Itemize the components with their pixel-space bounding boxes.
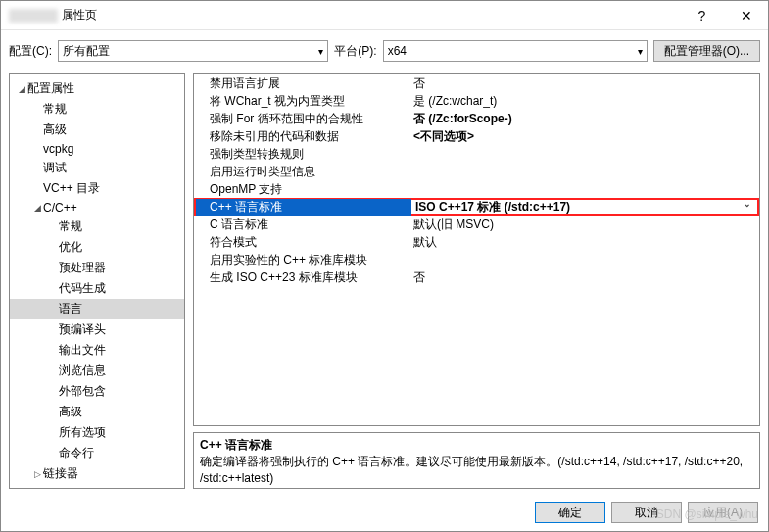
tree-item-label: 链接器 xyxy=(43,465,78,482)
tree-item[interactable]: ▷清单工具 xyxy=(10,484,184,489)
config-value: 所有配置 xyxy=(63,43,110,60)
property-row[interactable]: 启用运行时类型信息 xyxy=(194,163,759,180)
tree-item[interactable]: 命令行 xyxy=(10,443,184,463)
property-key: 启用运行时类型信息 xyxy=(194,164,409,180)
description-title: C++ 语言标准 xyxy=(200,437,753,454)
tree-item-label: VC++ 目录 xyxy=(43,180,100,197)
chevron-down-icon: ▾ xyxy=(638,46,643,57)
tree-item[interactable]: 调试 xyxy=(10,158,184,178)
property-value: 是 (/Zc:wchar_t) xyxy=(409,93,759,110)
property-row[interactable]: 将 WChar_t 视为内置类型是 (/Zc:wchar_t) xyxy=(194,92,759,110)
platform-value: x64 xyxy=(388,44,407,58)
property-key: 禁用语言扩展 xyxy=(194,75,409,92)
property-row[interactable]: 强制类型转换规则 xyxy=(194,145,759,163)
tree-item-label: 外部包含 xyxy=(59,383,106,400)
tree-item-label: 浏览信息 xyxy=(59,363,106,379)
property-row[interactable]: 移除未引用的代码和数据<不同选项> xyxy=(194,127,759,145)
property-key: 移除未引用的代码和数据 xyxy=(194,128,409,145)
property-value: <不同选项> xyxy=(409,128,759,145)
property-value: 默认(旧 MSVC) xyxy=(409,217,759,233)
tree-item[interactable]: 代码生成 xyxy=(10,278,184,299)
description-panel: C++ 语言标准 确定编译器将强制执行的 C++ 语言标准。建议尽可能使用最新版… xyxy=(193,432,760,489)
tree-twisty-icon: ▷ xyxy=(31,469,43,479)
description-body: 确定编译器将强制执行的 C++ 语言标准。建议尽可能使用最新版本。(/std:c… xyxy=(200,454,753,487)
tree-item[interactable]: 优化 xyxy=(10,237,184,258)
cancel-button[interactable]: 取消 xyxy=(611,502,682,523)
platform-label: 平台(P): xyxy=(334,43,376,60)
tree-item-label: 配置属性 xyxy=(27,80,74,97)
tree-item[interactable]: ▷链接器 xyxy=(10,463,184,484)
property-row[interactable]: 生成 ISO C++23 标准库模块否 xyxy=(194,268,759,286)
tree-item[interactable]: 外部包含 xyxy=(10,381,184,402)
property-row[interactable]: 启用实验性的 C++ 标准库模块 xyxy=(194,251,759,268)
property-key: 将 WChar_t 视为内置类型 xyxy=(194,93,409,110)
property-row[interactable]: 符合模式默认 xyxy=(194,233,759,251)
tree-item[interactable]: ◢配置属性 xyxy=(10,78,184,99)
chevron-down-icon[interactable]: ⌄ xyxy=(744,199,751,209)
property-row[interactable]: C++ 语言标准ISO C++17 标准 (/std:c++17)⌄ xyxy=(194,198,759,216)
property-row[interactable]: 强制 For 循环范围中的合规性否 (/Zc:forScope-) xyxy=(194,110,759,127)
tree-item[interactable]: 语言 xyxy=(10,299,184,319)
tree-item-label: 输出文件 xyxy=(59,342,106,359)
property-key: 启用实验性的 C++ 标准库模块 xyxy=(194,252,409,268)
tree-item[interactable]: 高级 xyxy=(10,120,184,140)
tree-item-label: 常规 xyxy=(43,101,67,118)
property-row[interactable]: OpenMP 支持 xyxy=(194,180,759,198)
tree-item-label: 预处理器 xyxy=(59,260,106,276)
property-value: ISO C++17 标准 (/std:c++17)⌄ xyxy=(411,199,757,216)
tree-item-label: vcpkg xyxy=(43,142,73,156)
property-grid[interactable]: 禁用语言扩展否将 WChar_t 视为内置类型是 (/Zc:wchar_t)强制… xyxy=(193,73,760,426)
toolbar: 配置(C): 所有配置 ▾ 平台(P): x64 ▾ 配置管理器(O)... xyxy=(1,36,768,66)
tree-item[interactable]: ◢C/C++ xyxy=(10,199,184,217)
tree-item-label: 高级 xyxy=(43,121,67,138)
tree-item-label: 代码生成 xyxy=(59,280,106,297)
tree-item[interactable]: 预处理器 xyxy=(10,258,184,278)
property-row[interactable]: C 语言标准默认(旧 MSVC) xyxy=(194,216,759,233)
app-name-blur xyxy=(9,9,58,23)
titlebar: 属性页 ? ✕ xyxy=(1,1,768,30)
tree-item[interactable]: 常规 xyxy=(10,217,184,237)
tree-item[interactable]: vcpkg xyxy=(10,140,184,158)
property-key: 强制类型转换规则 xyxy=(194,146,409,163)
tree-item[interactable]: 所有选项 xyxy=(10,422,184,443)
tree-item-label: 命令行 xyxy=(59,445,94,461)
property-value: 否 xyxy=(409,269,759,286)
tree-item-label: 所有选项 xyxy=(59,424,106,441)
tree-item-label: C/C++ xyxy=(43,201,77,215)
config-label: 配置(C): xyxy=(9,43,52,60)
property-key: 符合模式 xyxy=(194,234,409,251)
window-title: 属性页 xyxy=(62,7,97,24)
apply-button[interactable]: 应用(A) xyxy=(688,502,758,523)
tree-twisty-icon: ◢ xyxy=(16,84,27,94)
property-value: 默认 xyxy=(409,234,759,251)
tree-item-label: 常规 xyxy=(59,218,82,235)
config-manager-button[interactable]: 配置管理器(O)... xyxy=(653,40,760,62)
tree-twisty-icon: ◢ xyxy=(31,203,43,213)
tree-item[interactable]: VC++ 目录 xyxy=(10,178,184,199)
tree-item[interactable]: 预编译头 xyxy=(10,319,184,340)
property-value: 否 xyxy=(409,75,759,92)
property-row[interactable]: 禁用语言扩展否 xyxy=(194,74,759,92)
platform-combo[interactable]: x64 ▾ xyxy=(383,40,648,62)
close-button[interactable]: ✕ xyxy=(724,1,768,30)
tree-item[interactable]: 常规 xyxy=(10,99,184,120)
property-key: 生成 ISO C++23 标准库模块 xyxy=(194,269,409,286)
tree-item-label: 高级 xyxy=(59,404,82,420)
tree-item[interactable]: 高级 xyxy=(10,402,184,422)
tree-item-label: 优化 xyxy=(59,239,82,256)
property-key: C++ 语言标准 xyxy=(196,199,411,216)
dialog-buttons: 确定 取消 应用(A) xyxy=(535,502,758,523)
tree-item[interactable]: 输出文件 xyxy=(10,340,184,361)
tree-item[interactable]: 浏览信息 xyxy=(10,361,184,381)
property-value: 否 (/Zc:forScope-) xyxy=(409,111,759,127)
property-key: C 语言标准 xyxy=(194,217,409,233)
tree-item-label: 语言 xyxy=(59,301,82,317)
tree-item-label: 预编译头 xyxy=(59,321,106,338)
property-key: 强制 For 循环范围中的合规性 xyxy=(194,111,409,127)
ok-button[interactable]: 确定 xyxy=(535,502,605,523)
config-combo[interactable]: 所有配置 ▾ xyxy=(58,40,328,62)
help-button[interactable]: ? xyxy=(680,1,724,30)
tree-item-label: 调试 xyxy=(43,160,67,176)
property-key: OpenMP 支持 xyxy=(194,181,409,198)
nav-tree[interactable]: ◢配置属性常规高级vcpkg调试VC++ 目录◢C/C++常规优化预处理器代码生… xyxy=(9,73,185,489)
